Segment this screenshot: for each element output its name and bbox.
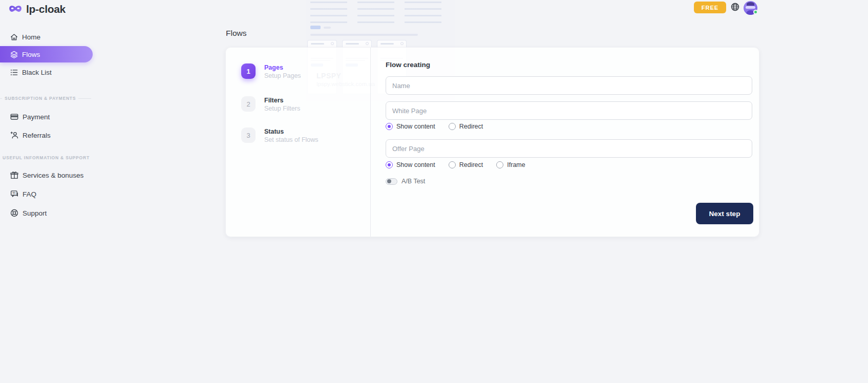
radio-dot [449, 161, 456, 168]
radio-dot [449, 123, 456, 130]
language-button[interactable] [730, 2, 740, 14]
black-list-icon [10, 68, 18, 77]
sidebar-item-services[interactable]: Services & bonuses [0, 169, 102, 181]
stepper-step-filters[interactable]: 2 Filters Setup Filters [241, 96, 300, 112]
mask-logo-icon [8, 4, 23, 15]
step-number: 2 [241, 96, 256, 112]
support-icon [10, 208, 19, 218]
sidebar-section-subscription: SUBSCRIPTION & PAYMENTS [0, 96, 91, 101]
app-logo: lp-cloak [8, 3, 66, 15]
sidebar-item-referrals[interactable]: Referrals [0, 129, 102, 141]
radio-label: Show content [396, 123, 435, 130]
radio-label: Redirect [459, 161, 483, 168]
ab-test-label: A/B Test [401, 178, 425, 185]
ab-test-toggle-row[interactable]: A/B Test [386, 178, 425, 185]
radio-label: Redirect [459, 123, 483, 130]
sidebar-item-label: Support [23, 209, 47, 217]
plan-badge[interactable]: FREE [694, 2, 726, 13]
flows-icon [10, 50, 18, 59]
ghost-bar [324, 27, 331, 29]
offer-page-mode-group: Show content Redirect Iframe [386, 161, 525, 169]
section-title: USEFUL INFORMATION & SUPPORT [3, 155, 90, 160]
ghost-bar [310, 34, 418, 36]
step-subtitle: Setup Filters [264, 105, 300, 112]
globe-icon [730, 2, 740, 12]
avatar-figure [747, 2, 754, 6]
radio-label: Iframe [507, 161, 525, 168]
page-title: Flows [226, 29, 246, 38]
sidebar-item-label: Payment [23, 113, 50, 121]
radio-label: Show content [396, 161, 435, 168]
sidebar-item-label: FAQ [23, 190, 36, 198]
app-name: lp-cloak [26, 3, 66, 15]
white-page-mode-group: Show content Redirect [386, 122, 483, 131]
faq-icon: ?! [10, 189, 19, 199]
sidebar-item-flows[interactable]: Flows [0, 46, 93, 62]
avatar-mask-band [746, 6, 755, 9]
step-subtitle: Setup Pages [264, 72, 301, 79]
sidebar-section-support: USEFUL INFORMATION & SUPPORT [0, 155, 91, 160]
step-title: Filters [264, 96, 300, 104]
sidebar-item-label: Black List [22, 69, 52, 76]
sidebar-item-label: Home [22, 33, 40, 41]
offer-page-iframe-radio[interactable]: Iframe [496, 161, 525, 168]
sidebar-item-label: Services & bonuses [23, 172, 83, 179]
white-page-input[interactable] [386, 101, 752, 120]
step-subtitle: Set status of Flows [264, 136, 319, 143]
payment-icon [10, 112, 19, 121]
online-status-dot [753, 10, 758, 14]
offer-page-redirect-radio[interactable]: Redirect [449, 161, 483, 168]
step-title: Pages [264, 63, 301, 71]
ghost-button [310, 26, 321, 29]
flow-creating-panel: 1 Pages Setup Pages 2 Filters Setup Filt… [225, 47, 759, 237]
form-title: Flow creating [386, 61, 430, 69]
step-number: 1 [241, 63, 256, 79]
sidebar-item-label: Referrals [23, 132, 51, 139]
next-step-button[interactable]: Next step [696, 203, 753, 224]
ab-test-toggle[interactable] [386, 178, 397, 185]
ghost-form-column [357, 2, 394, 25]
gift-icon [10, 171, 19, 180]
step-title: Status [264, 127, 319, 135]
radio-dot [386, 161, 393, 168]
ghost-form-column [310, 2, 347, 25]
sidebar-item-home[interactable]: Home [0, 31, 102, 43]
offer-page-input[interactable] [386, 139, 752, 158]
white-page-redirect-radio[interactable]: Redirect [449, 123, 483, 130]
ghost-form-column [405, 2, 441, 25]
sidebar-item-support[interactable]: Support [0, 207, 102, 219]
panel-divider [370, 48, 371, 237]
toggle-knob [387, 179, 391, 183]
referrals-icon [10, 131, 19, 140]
step-number: 3 [241, 127, 256, 143]
radio-dot [496, 161, 503, 168]
sidebar-item-label: Flows [22, 51, 40, 58]
sidebar-item-faq[interactable]: ?! FAQ [0, 188, 102, 200]
section-title: SUBSCRIPTION & PAYMENTS [5, 96, 76, 101]
offer-page-show-content-radio[interactable]: Show content [386, 161, 435, 168]
white-page-show-content-radio[interactable]: Show content [386, 123, 435, 130]
svg-text:?!: ?! [12, 192, 15, 195]
radio-dot [386, 123, 393, 130]
home-icon [10, 33, 18, 41]
stepper-step-status[interactable]: 3 Status Set status of Flows [241, 127, 319, 143]
name-input[interactable] [386, 76, 752, 95]
stepper-step-pages[interactable]: 1 Pages Setup Pages [241, 63, 301, 79]
sidebar-item-black-list[interactable]: Black List [0, 66, 102, 78]
sidebar-item-payment[interactable]: Payment [0, 111, 102, 123]
